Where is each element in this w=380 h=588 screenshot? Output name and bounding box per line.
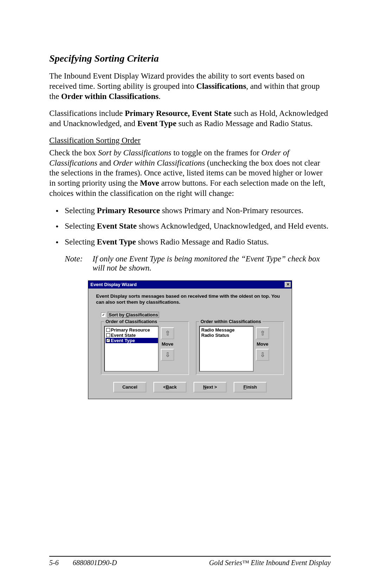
back-button[interactable]: < Back (153, 382, 186, 392)
text: shows Acknowledged, Unacknowledged, and … (137, 222, 328, 230)
text: Check the box (49, 148, 98, 157)
footer-title: Gold Series™ Elite Inbound Event Display (209, 559, 331, 567)
note-label: Note: (65, 254, 83, 273)
text: Selecting (65, 237, 97, 246)
list-item[interactable]: ✓Event Type (106, 338, 158, 343)
paragraph-3: Check the box Sort by Classifications to… (49, 148, 331, 199)
text: shows Radio Message and Radio Status. (136, 237, 269, 246)
list-item[interactable]: Radio Status (201, 333, 253, 338)
group-title: Order of Classifications (104, 319, 159, 324)
bullet-item: Selecting Event Type shows Radio Message… (65, 237, 331, 247)
text: and (97, 159, 113, 167)
list-item[interactable]: Radio Message (201, 327, 253, 333)
page-number: 5-6 (49, 559, 59, 567)
paragraph-2: Classifications include Primary Resource… (49, 109, 331, 129)
document-number: 6880801D90-D (73, 559, 117, 567)
text: to toggle on the frames for (171, 148, 261, 157)
text: Selecting (65, 222, 97, 230)
cancel-button[interactable]: Cancel (113, 382, 146, 392)
finish-button[interactable]: Finish (234, 382, 267, 392)
bullet-item: Selecting Event State shows Acknowledged… (65, 221, 331, 231)
subheading: Classification Sorting Order (49, 136, 331, 145)
bold-text: Primary Resource, Event State (125, 109, 232, 118)
order-within-listbox[interactable]: Radio MessageRadio Status (199, 326, 254, 372)
list-item[interactable]: Primary Resource (106, 327, 158, 333)
classifications-listbox[interactable]: Primary ResourceEvent State✓Event Type (104, 326, 159, 372)
section-heading: Specifying Sorting Criteria (49, 53, 331, 64)
group-title: Order within Classifications (199, 319, 262, 324)
move-label: Move (256, 341, 268, 347)
dialog-description: Event Display sorts messages based on re… (96, 293, 284, 305)
text: . (159, 92, 161, 101)
move-up-button[interactable]: ⇧ (161, 327, 174, 339)
dialog-title: Event Display Wizard (90, 282, 137, 287)
bold-text: Event State (97, 222, 137, 230)
close-button[interactable]: ✕ (285, 282, 291, 287)
bullet-list: Selecting Primary Resource shows Primary… (49, 206, 331, 247)
text: Classifications include (49, 109, 125, 118)
paragraph-1: The Inbound Event Display Wizard provide… (49, 71, 331, 101)
italic-text: Order within Classifications (113, 159, 205, 167)
bold-text: Event Type (97, 237, 136, 246)
dialog-titlebar: Event Display Wizard ✕ (88, 281, 292, 289)
move-down-button[interactable]: ⇩ (256, 349, 269, 361)
note-text: If only one Event Type is being monitore… (93, 254, 331, 273)
text: such as Radio Message and Radio Status. (176, 119, 312, 128)
text: shows Primary and Non-Primary resources. (160, 206, 303, 215)
checkbox-icon: ✓ (101, 312, 106, 317)
move-label: Move (162, 341, 173, 347)
bold-text: Classifications (196, 82, 246, 91)
move-up-button[interactable]: ⇧ (256, 327, 269, 339)
page-footer: 5-6 6880801D90-D Gold Series™ Elite Inbo… (49, 556, 331, 567)
order-of-classifications-group: Order of Classifications Primary Resourc… (101, 321, 189, 375)
bold-text: Order within Classifications (61, 92, 159, 101)
text: Selecting (65, 206, 97, 215)
bold-text: Event Type (137, 119, 176, 128)
sort-by-classifications-checkbox[interactable]: ✓ Sort by Classifications (101, 312, 284, 318)
note: Note: If only one Event Type is being mo… (49, 254, 331, 273)
checkbox-label: Sort by Classifications (108, 312, 159, 318)
bullet-item: Selecting Primary Resource shows Primary… (65, 206, 331, 216)
list-item[interactable]: Event State (106, 333, 158, 338)
bold-text: Primary Resource (97, 206, 160, 215)
bold-text: Move (140, 179, 159, 187)
italic-text: Sort by Classifications (98, 148, 171, 157)
next-button[interactable]: Next > (194, 382, 227, 392)
event-display-wizard-dialog: Event Display Wizard ✕ Event Display sor… (88, 280, 292, 399)
move-down-button[interactable]: ⇩ (161, 349, 174, 361)
order-within-classifications-group: Order within Classifications Radio Messa… (196, 321, 284, 375)
